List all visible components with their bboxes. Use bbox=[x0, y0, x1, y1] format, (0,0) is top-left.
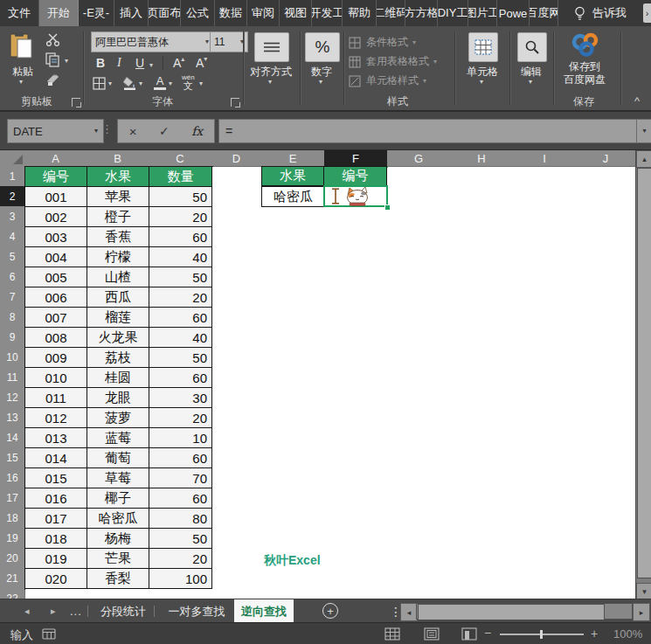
ribbon-tab-6[interactable]: 公式 bbox=[181, 0, 215, 26]
bold-button[interactable]: B bbox=[96, 56, 105, 70]
row-header-20[interactable]: 20 bbox=[0, 548, 25, 569]
copy-dropdown-icon[interactable]: ▾ bbox=[65, 58, 68, 65]
horizontal-scroll-thumb[interactable] bbox=[418, 604, 605, 620]
number-dropdown-icon[interactable]: ▾ bbox=[319, 79, 322, 86]
macro-record-button[interactable] bbox=[42, 628, 56, 642]
ribbon-tab-12[interactable]: 二维码 bbox=[377, 0, 405, 26]
table-header-cell[interactable]: 编号 bbox=[25, 167, 87, 187]
table-cell[interactable]: 011 bbox=[25, 388, 87, 408]
ribbon-tab-13[interactable]: 方方格 bbox=[405, 0, 438, 26]
page-break-view-button[interactable] bbox=[461, 627, 477, 641]
sheet-nav-right-icon[interactable]: ▸ bbox=[51, 599, 56, 623]
table-cell[interactable]: 芒果 bbox=[87, 549, 149, 569]
table-cell[interactable]: 60 bbox=[149, 227, 212, 247]
table-cell[interactable]: 榴莲 bbox=[87, 308, 149, 328]
font-color-dropdown-icon[interactable]: ▾ bbox=[169, 80, 172, 87]
table-cell[interactable]: 003 bbox=[25, 227, 87, 247]
formula-input[interactable]: = bbox=[218, 119, 649, 143]
row-header-21[interactable]: 21 bbox=[0, 568, 25, 589]
table-cell[interactable]: 100 bbox=[149, 569, 212, 589]
table-cell[interactable]: 020 bbox=[25, 569, 87, 589]
table-cell[interactable]: 苹果 bbox=[87, 187, 149, 207]
tell-me[interactable]: 告诉我 bbox=[574, 0, 627, 26]
row-header-5[interactable]: 5 bbox=[0, 246, 25, 267]
ribbon-tab-17[interactable]: 百度网 bbox=[530, 0, 558, 26]
ribbon-tab-2[interactable]: 开始 bbox=[39, 0, 79, 26]
table-cell[interactable]: 017 bbox=[25, 509, 87, 529]
table-cell[interactable]: 香蕉 bbox=[87, 227, 149, 247]
ribbon-tab-16[interactable]: Powe bbox=[497, 0, 530, 26]
table-cell[interactable]: 004 bbox=[25, 247, 87, 267]
scroll-up-button[interactable]: ▴ bbox=[636, 150, 651, 168]
row-header-8[interactable]: 8 bbox=[0, 307, 25, 328]
table-cell[interactable]: 龙眼 bbox=[87, 388, 149, 408]
column-header-I[interactable]: I bbox=[513, 150, 577, 167]
table-cell[interactable]: 蓝莓 bbox=[87, 428, 149, 448]
phonetic-button[interactable]: wén 文 bbox=[182, 74, 195, 91]
row-header-14[interactable]: 14 bbox=[0, 427, 25, 448]
sheet-nav-left-icon[interactable]: ◂ bbox=[24, 599, 30, 623]
save-to-baidu-button[interactable] bbox=[569, 31, 602, 61]
lookup-query-cell-E2[interactable]: 哈密瓜 bbox=[261, 186, 325, 207]
vertical-scroll-thumb[interactable] bbox=[637, 168, 651, 578]
share-button-partial[interactable]: › bbox=[643, 3, 651, 23]
ribbon-tab-14[interactable]: DIY工 bbox=[438, 0, 468, 26]
ribbon-tab-11[interactable]: 帮助 bbox=[343, 0, 377, 26]
table-cell[interactable]: 香梨 bbox=[87, 569, 149, 589]
row-header-15[interactable]: 15 bbox=[0, 447, 25, 468]
table-cell[interactable]: 40 bbox=[149, 328, 212, 348]
row-header-9[interactable]: 9 bbox=[0, 327, 25, 348]
row-header-6[interactable]: 6 bbox=[0, 267, 25, 287]
expand-formula-bar-button[interactable]: ▾ bbox=[636, 119, 651, 143]
table-cell[interactable]: 002 bbox=[25, 207, 87, 227]
select-all-corner[interactable] bbox=[0, 150, 25, 167]
table-cell[interactable]: 60 bbox=[149, 308, 212, 328]
scroll-right-button[interactable]: ▸ bbox=[633, 603, 650, 621]
vertical-scrollbar[interactable]: ▴ ▾ bbox=[635, 150, 651, 599]
grow-font-button[interactable]: A ▴ bbox=[173, 56, 184, 70]
cell-styles-button[interactable]: 单元格样式 ▾ bbox=[349, 73, 426, 88]
table-cell[interactable]: 010 bbox=[25, 368, 87, 388]
zoom-slider-thumb[interactable] bbox=[540, 630, 543, 639]
ribbon-tab-4[interactable]: 插入 bbox=[114, 0, 149, 26]
table-cell[interactable]: 005 bbox=[25, 267, 87, 287]
row-header-11[interactable]: 11 bbox=[0, 367, 25, 388]
table-cell[interactable]: 60 bbox=[149, 488, 212, 509]
copy-button[interactable] bbox=[45, 52, 60, 71]
table-cell[interactable]: 菠萝 bbox=[87, 408, 149, 428]
active-cell-F2[interactable] bbox=[323, 185, 388, 207]
table-cell[interactable]: 10 bbox=[149, 428, 212, 448]
borders-dropdown-icon[interactable]: ▾ bbox=[108, 80, 112, 87]
row-header-10[interactable]: 10 bbox=[0, 347, 25, 368]
alignment-button[interactable] bbox=[254, 32, 289, 62]
ribbon-tab-1[interactable]: 文件 bbox=[0, 0, 39, 26]
ribbon-tab-10[interactable]: 开发工 bbox=[312, 0, 343, 26]
zoom-level-label[interactable]: 100% bbox=[613, 627, 642, 641]
zoom-in-icon[interactable]: + bbox=[591, 627, 598, 641]
fill-handle[interactable] bbox=[384, 204, 391, 211]
table-cell[interactable]: 001 bbox=[25, 187, 87, 207]
number-button[interactable]: % bbox=[305, 32, 340, 62]
table-cell[interactable]: 火龙果 bbox=[87, 328, 149, 348]
formula-bar-grip-icon[interactable]: ⋮ bbox=[101, 122, 114, 135]
paste-dropdown-icon[interactable]: ▾ bbox=[19, 79, 23, 86]
table-header-cell[interactable]: 数量 bbox=[149, 167, 212, 187]
table-cell[interactable]: 009 bbox=[25, 348, 87, 368]
phonetic-dropdown-icon[interactable]: ▾ bbox=[199, 80, 203, 87]
column-header-J[interactable]: J bbox=[576, 150, 636, 167]
row-header-16[interactable]: 16 bbox=[0, 467, 25, 488]
table-cell[interactable]: 50 bbox=[149, 529, 212, 549]
lookup-header-cell[interactable]: 编号 bbox=[324, 166, 387, 186]
lookup-header-cell[interactable]: 水果 bbox=[261, 166, 324, 186]
column-header-H[interactable]: H bbox=[450, 150, 514, 167]
italic-button[interactable]: I bbox=[117, 56, 121, 70]
scroll-left-button[interactable]: ◂ bbox=[400, 603, 418, 621]
table-cell[interactable]: 80 bbox=[149, 509, 212, 529]
ribbon-tab-8[interactable]: 审阅 bbox=[247, 0, 280, 26]
table-cell[interactable]: 30 bbox=[149, 388, 212, 408]
fill-color-button[interactable] bbox=[122, 76, 137, 93]
normal-view-button[interactable] bbox=[384, 627, 400, 641]
table-cell[interactable]: 杨梅 bbox=[87, 529, 149, 549]
row-header-2[interactable]: 2 bbox=[0, 186, 26, 207]
sheet-tab-1[interactable]: 分段统计 bbox=[93, 599, 154, 623]
